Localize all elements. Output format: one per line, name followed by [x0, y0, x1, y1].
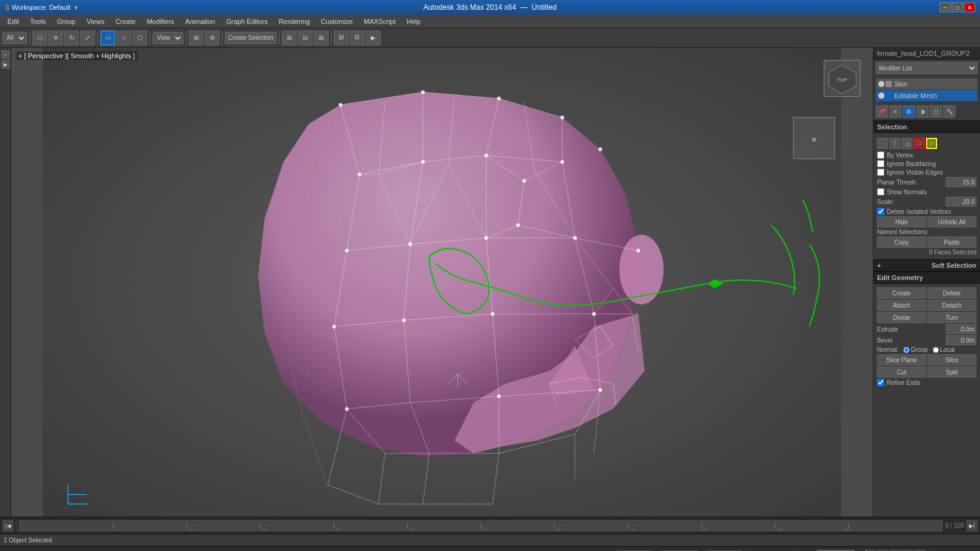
select-tool[interactable]: ⬡	[32, 31, 47, 45]
rotate-tool[interactable]: ↻	[64, 31, 79, 45]
slice-btn[interactable]: Slice	[927, 354, 976, 365]
menu-create[interactable]: Create	[110, 17, 140, 26]
attach-btn[interactable]: Attach	[877, 300, 926, 311]
timeline-next[interactable]: ▶|	[967, 520, 978, 531]
split-btn[interactable]: Split	[927, 367, 976, 378]
skin-visibility-icon[interactable]	[878, 81, 884, 87]
sep1	[29, 32, 30, 44]
delete-btn[interactable]: Delete	[927, 287, 976, 298]
snap-settings[interactable]: ⚙	[205, 31, 219, 45]
modifier-skin[interactable]: Skin	[876, 78, 978, 89]
modifier-editable-mesh[interactable]: Editable Mesh	[876, 90, 978, 101]
viewport[interactable]: + [ Perspective ][ Smooth + Highlights ]	[11, 48, 873, 517]
menu-help[interactable]: Help	[402, 17, 426, 26]
vertex-mode-icon[interactable]: ·	[877, 138, 888, 149]
pin-icon[interactable]: 📌	[876, 105, 888, 118]
material-editor[interactable]: M	[334, 31, 349, 45]
extrude-input[interactable]	[946, 324, 976, 334]
divide-btn[interactable]: Divide	[877, 312, 926, 323]
timeline-prev[interactable]: |◀	[2, 520, 13, 531]
create-selection-btn[interactable]: Create Selection	[225, 32, 276, 44]
planar-thresh-input[interactable]	[946, 177, 976, 187]
select-poly[interactable]: ⬠	[132, 31, 147, 45]
sep4	[186, 32, 186, 44]
turn-btn[interactable]: Turn	[927, 312, 976, 323]
show-normals-check[interactable]	[877, 188, 884, 196]
app-icon: 3	[5, 3, 9, 12]
slice-plane-btn[interactable]: Slice Plane	[877, 354, 926, 365]
menu-edit[interactable]: Edit	[2, 17, 24, 26]
left-create[interactable]: +	[1, 50, 10, 59]
menu-customize[interactable]: Customize	[316, 17, 358, 26]
viewport-label[interactable]: + [ Perspective ][ Smooth + Highlights ]	[16, 51, 137, 60]
soft-selection-title[interactable]: + Soft Selection	[873, 259, 980, 272]
timeline-track[interactable]: 0 10 20 30 40 50 60 70 80 90 1	[19, 520, 943, 531]
unhide-btn[interactable]: Unhide All	[927, 216, 976, 227]
object-name: female_head_LOD1_GROUP2	[877, 50, 970, 57]
close-button[interactable]: ✕	[964, 2, 975, 12]
left-play[interactable]: ▶	[1, 60, 10, 69]
local-radio[interactable]	[933, 347, 939, 353]
select-rect[interactable]: ▭	[101, 31, 115, 45]
minimize-button[interactable]: −	[940, 2, 951, 12]
ignore-backfacing-check[interactable]	[877, 160, 884, 167]
by-vertex-check[interactable]	[877, 151, 884, 159]
edge-mode-icon[interactable]: /	[889, 138, 900, 149]
refine-ends-check[interactable]	[877, 379, 884, 386]
bevel-input[interactable]	[946, 335, 976, 345]
menu-graph-editors[interactable]: Graph Editors	[221, 17, 273, 26]
menu-modifiers[interactable]: Modifiers	[142, 17, 179, 26]
selection-section-title[interactable]: Selection	[873, 121, 980, 133]
filter-dropdown[interactable]: All	[2, 32, 27, 44]
local-radio-label: Local	[933, 346, 955, 353]
maximize-button[interactable]: □	[952, 2, 963, 12]
ignore-visible-edges-check[interactable]	[877, 169, 884, 176]
menu-tools[interactable]: Tools	[25, 17, 51, 26]
copy-btn[interactable]: Copy	[877, 237, 926, 248]
hide-btn[interactable]: Hide	[877, 216, 926, 227]
scale-tool[interactable]: ⤢	[80, 31, 95, 45]
navigation-cube[interactable]: TOP	[824, 60, 860, 97]
editable-visibility-icon[interactable]	[878, 93, 884, 99]
menu-maxscript[interactable]: MAXScript	[359, 17, 401, 26]
render-setup[interactable]: R	[350, 31, 365, 45]
delete-isolated-check[interactable]	[877, 208, 884, 215]
svg-point-98	[598, 147, 602, 151]
configure-icon[interactable]: ≡	[889, 105, 902, 118]
menu-rendering[interactable]: Rendering	[274, 17, 315, 26]
menu-views[interactable]: Views	[82, 17, 109, 26]
element-mode-icon[interactable]: ⊡	[926, 138, 937, 149]
select-circle[interactable]: ○	[116, 31, 131, 45]
polygon-mode-icon[interactable]: □	[914, 138, 925, 149]
motion-icon[interactable]: ◑	[916, 105, 929, 118]
divide-turn-row: Divide Turn	[877, 312, 976, 323]
group-radio[interactable]	[903, 347, 910, 353]
align-tool[interactable]: ⊞	[282, 31, 297, 45]
hide-unhide-row: Hide Unhide All	[877, 216, 976, 227]
hierarchy-icon[interactable]: ⊞	[903, 105, 915, 118]
scale-input[interactable]	[946, 197, 976, 207]
modifier-list-dropdown[interactable]: Modifier List	[876, 62, 978, 74]
utility-icon[interactable]: 🔧	[943, 105, 955, 118]
workspace-dropdown-arrow[interactable]: ▼	[73, 4, 79, 11]
create-btn[interactable]: Create	[877, 287, 926, 298]
mirror-tool[interactable]: ⊟	[298, 31, 313, 45]
snap-toggle[interactable]: ⊞	[189, 31, 203, 45]
display-icon[interactable]: ◻	[930, 105, 942, 118]
selection-mode-icons: · / △ □ ⊡	[877, 138, 976, 149]
paste-btn[interactable]: Paste	[927, 237, 976, 248]
viewport-dropdown[interactable]: View	[153, 32, 183, 44]
cut-btn[interactable]: Cut	[877, 367, 926, 378]
detach-btn[interactable]: Detach	[927, 300, 976, 311]
move-tool[interactable]: ✛	[48, 31, 63, 45]
ignore-visible-edges-label: Ignore Visible Edges	[887, 169, 943, 176]
edit-geometry-title[interactable]: Edit Geometry	[873, 272, 980, 284]
timeline: |◀ 0 10 20 30 40 50 60	[0, 517, 980, 534]
window-controls: − □ ✕	[940, 2, 975, 12]
menu-animation[interactable]: Animation	[180, 17, 220, 26]
object-name-header: female_head_LOD1_GROUP2	[873, 48, 980, 59]
face-mode-icon[interactable]: △	[902, 138, 913, 149]
menu-group[interactable]: Group	[52, 17, 81, 26]
array-tool[interactable]: ⊞	[314, 31, 329, 45]
render-btn[interactable]: ▶	[366, 31, 381, 45]
